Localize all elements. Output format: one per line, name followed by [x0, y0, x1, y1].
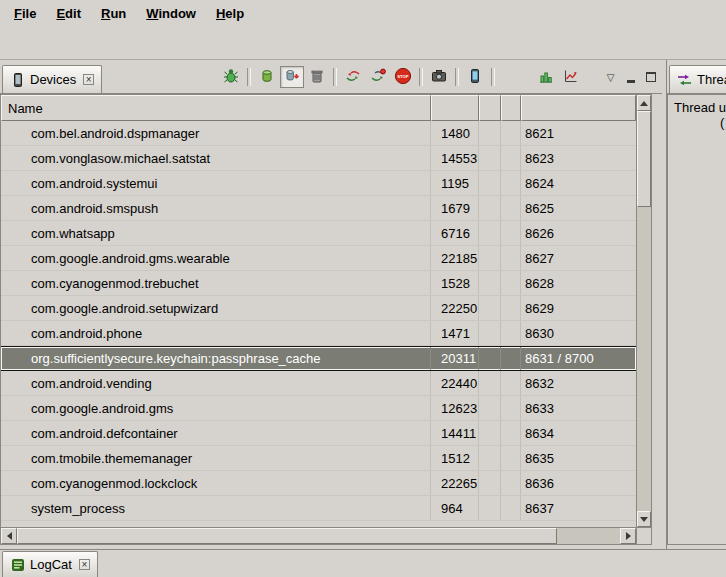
empty-cell: [501, 471, 521, 495]
port-cell: 8624: [521, 171, 636, 195]
table-row[interactable]: com.cyanogenmod.trebuchet 1528 8628: [1, 271, 636, 296]
port-cell: 8636: [521, 471, 636, 495]
threads-message-line2: (: [720, 115, 726, 130]
port-cell: 8623: [521, 146, 636, 170]
pid-cell: 22250: [431, 296, 479, 320]
table-row[interactable]: org.sufficientlysecure.keychain:passphra…: [1, 346, 636, 371]
close-icon[interactable]: ×: [83, 74, 94, 85]
empty-cell: [501, 121, 521, 145]
method-profiling-button[interactable]: [366, 66, 390, 88]
process-name-cell: com.vonglasow.michael.satstat: [1, 146, 431, 170]
workbench-area: Devices ×: [0, 60, 726, 549]
pid-cell: 22440: [431, 371, 479, 395]
devices-view: Devices ×: [0, 60, 662, 549]
horizontal-scrollbar[interactable]: [1, 527, 636, 544]
heap-tracker-button[interactable]: [534, 66, 558, 88]
column-header-4[interactable]: [501, 95, 521, 121]
scroll-right-button[interactable]: [620, 528, 636, 544]
allocation-tracker-icon: [563, 68, 579, 87]
table-row[interactable]: com.tmobile.thememanager 1512 8635: [1, 446, 636, 471]
table-row[interactable]: com.vonglasow.michael.satstat 14553 8623: [1, 146, 636, 171]
empty-cell: [501, 196, 521, 220]
allocation-tracker-button[interactable]: [559, 66, 583, 88]
horizontal-scroll-thumb[interactable]: [17, 528, 557, 544]
menu-edit[interactable]: Edit: [46, 2, 91, 24]
empty-cell: [501, 396, 521, 420]
process-name-cell: com.google.android.gms: [1, 396, 431, 420]
pid-cell: 14553: [431, 146, 479, 170]
stop-process-button[interactable]: STOP: [391, 66, 415, 88]
scroll-left-button[interactable]: [1, 528, 17, 544]
vertical-scroll-thumb[interactable]: [637, 111, 651, 207]
menu-window[interactable]: Window: [136, 2, 206, 24]
column-header-pid[interactable]: [431, 95, 479, 121]
pid-cell: 964: [431, 496, 479, 520]
column-header-3[interactable]: [479, 95, 501, 121]
empty-cell: [501, 421, 521, 445]
dump-hprof-button[interactable]: [280, 66, 304, 88]
tab-logcat[interactable]: LogCat ×: [2, 551, 98, 577]
cause-gc-button[interactable]: [305, 66, 329, 88]
pid-cell: 22265: [431, 471, 479, 495]
update-heap-button[interactable]: [255, 66, 279, 88]
debug-button[interactable]: [219, 66, 243, 88]
column-header-name[interactable]: Name: [1, 95, 431, 121]
table-row[interactable]: com.android.smspush 1679 8625: [1, 196, 636, 221]
main-toolbar: [0, 26, 726, 60]
tab-logcat-label: LogCat: [30, 557, 72, 572]
process-name-cell: com.android.systemui: [1, 171, 431, 195]
port-cell: 8625: [521, 196, 636, 220]
device-report-icon: [467, 68, 483, 87]
process-name-cell: com.cyanogenmod.trebuchet: [1, 271, 431, 295]
table-row[interactable]: com.android.defcontainer 14411 8634: [1, 421, 636, 446]
table-row[interactable]: com.whatsapp 6716 8626: [1, 221, 636, 246]
table-row[interactable]: com.google.android.gms.wearable 22185 86…: [1, 246, 636, 271]
tab-threads-label: Threads: [697, 72, 726, 87]
vertical-scrollbar[interactable]: [636, 95, 651, 527]
empty-cell: [479, 171, 501, 195]
scroll-up-button[interactable]: [637, 95, 651, 111]
device-report-button[interactable]: [463, 66, 487, 88]
close-icon[interactable]: ×: [79, 559, 90, 570]
empty-cell: [479, 221, 501, 245]
table-row[interactable]: com.cyanogenmod.lockclock 22265 8636: [1, 471, 636, 496]
menu-file[interactable]: File: [4, 2, 46, 24]
port-cell: 8634: [521, 421, 636, 445]
table-row[interactable]: com.android.systemui 1195 8624: [1, 171, 636, 196]
table-row[interactable]: com.android.vending 22440 8632: [1, 371, 636, 396]
toolbar-separator: [333, 68, 337, 86]
port-cell: 8630: [521, 321, 636, 345]
view-menu-icon: ▽: [602, 72, 620, 83]
table-row[interactable]: system_process 964 8637: [1, 496, 636, 521]
table-row[interactable]: com.google.android.gms 12623 8633: [1, 396, 636, 421]
port-cell: 8621: [521, 121, 636, 145]
table-row[interactable]: com.bel.android.dspmanager 1480 8621: [1, 121, 636, 146]
tab-devices[interactable]: Devices ×: [2, 65, 102, 93]
update-threads-icon: [345, 68, 361, 87]
empty-cell: [479, 347, 501, 370]
tab-threads[interactable]: Threads ×: [669, 65, 726, 93]
table-row[interactable]: com.android.phone 1471 8630: [1, 321, 636, 346]
pid-cell: 12623: [431, 396, 479, 420]
update-threads-button[interactable]: [341, 66, 365, 88]
scroll-down-button[interactable]: [637, 511, 651, 527]
process-name-cell: com.android.smspush: [1, 196, 431, 220]
port-cell: 8637: [521, 496, 636, 520]
toolbar-separator: [419, 68, 423, 86]
minimize-button[interactable]: [621, 68, 640, 86]
view-menu-button[interactable]: ▽: [601, 68, 620, 86]
empty-cell: [479, 121, 501, 145]
menubar: File Edit Run Window Help: [0, 0, 726, 26]
screen-capture-button[interactable]: [427, 66, 451, 88]
stop-label: STOP: [397, 73, 409, 78]
maximize-button[interactable]: [641, 68, 660, 86]
toolbar-separator: [455, 68, 459, 86]
column-header-port[interactable]: [521, 95, 636, 121]
heap-tracker-icon: [538, 68, 554, 87]
menu-help[interactable]: Help: [206, 2, 254, 24]
pid-cell: 1471: [431, 321, 479, 345]
toolbar-separator: [247, 68, 251, 86]
port-cell: 8633: [521, 396, 636, 420]
menu-run[interactable]: Run: [91, 2, 136, 24]
table-row[interactable]: com.google.android.setupwizard 22250 862…: [1, 296, 636, 321]
